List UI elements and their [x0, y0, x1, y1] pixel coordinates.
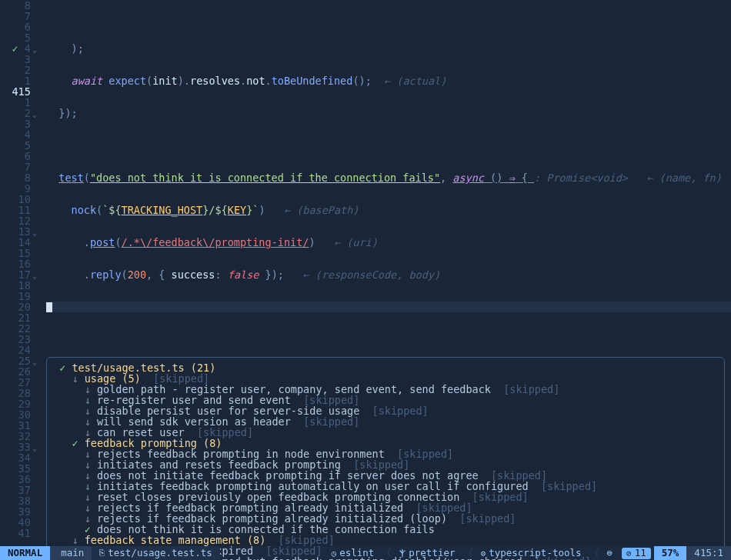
cursor-position: 415:1	[686, 546, 731, 560]
eslint-icon: ◷	[332, 548, 340, 558]
vim-mode-indicator: NORMAL	[0, 546, 50, 560]
separator: 〈	[380, 548, 393, 558]
separator: 〈	[462, 548, 475, 558]
block-cursor	[46, 302, 52, 312]
eslint-status[interactable]: ◷eslint	[325, 548, 381, 559]
diagnostics-count[interactable]: ⊘11	[622, 548, 651, 559]
warning-icon: ⊘	[626, 548, 635, 558]
git-branch[interactable]: main	[50, 546, 92, 560]
code-area[interactable]: ); await expect(init).resolves.not.toBeU…	[42, 0, 731, 546]
gear-icon: ⚙	[481, 548, 489, 558]
line-number-gutter: 8 7 6 5 ✓ 4⌄3 2 1 415 1 2⌄3 4 5 6 7 8 9 …	[0, 0, 42, 546]
prettier-icon: Ⲯ	[399, 548, 409, 558]
prettier-status[interactable]: Ⲯprettier	[393, 548, 461, 559]
editor-viewport[interactable]: 8 7 6 5 ✓ 4⌄3 2 1 415 1 2⌄3 4 5 6 7 8 9 …	[0, 0, 731, 546]
scroll-percent: 57%	[654, 546, 687, 560]
status-bar: NORMAL main ⎘test/usage.test.ts ◷eslint …	[0, 546, 731, 560]
file-icon: ⎘	[99, 548, 108, 558]
lsp-active-icon: ⊜	[601, 548, 619, 558]
test-output-panel: ✓ test/usage.test.ts (21) ↓ usage (5) [s…	[46, 357, 725, 560]
cursor-line[interactable]	[46, 302, 731, 312]
separator: 〈	[588, 548, 601, 558]
lsp-status[interactable]: ⚙typescript-tools	[475, 548, 588, 559]
file-path[interactable]: ⎘test/usage.test.ts	[92, 546, 219, 560]
